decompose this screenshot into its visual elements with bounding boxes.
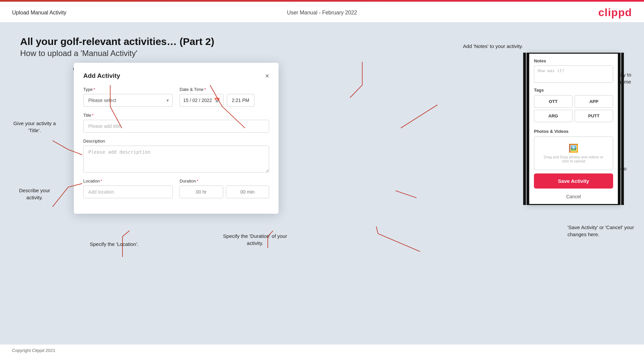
- phone-panel: Notes Tags OTT APP ARG PUTT Photos & Vid…: [523, 53, 624, 205]
- type-select-wrapper: Please select: [83, 94, 173, 107]
- duration-group: Duration*: [180, 178, 269, 198]
- logo: clippd: [598, 6, 632, 19]
- notes-section: Notes: [529, 54, 618, 84]
- notes-textarea[interactable]: [534, 65, 613, 83]
- calendar-icon: 📅: [214, 98, 220, 103]
- time-value: 2:21 PM: [232, 98, 249, 103]
- svg-line-14: [401, 105, 438, 128]
- footer: Copyright Clippd 2021: [0, 345, 644, 356]
- tags-section: Tags OTT APP ARG PUTT: [529, 84, 618, 122]
- location-group: Location*: [83, 178, 173, 198]
- annotation-save: 'Save Activity' or 'Cancel' your changes…: [567, 224, 635, 238]
- modal-title: Add Activity: [83, 72, 120, 80]
- svg-line-15: [396, 191, 417, 198]
- page-title: Upload Manual Activity: [12, 10, 66, 16]
- tag-ott[interactable]: OTT: [534, 95, 573, 108]
- svg-line-13: [350, 85, 362, 98]
- copyright-text: Copyright Clippd 2021: [12, 348, 55, 353]
- date-value: 15 / 02 / 2022: [183, 98, 212, 103]
- add-activity-modal: Add Activity × Type* Please select Date …: [74, 63, 279, 214]
- cancel-button[interactable]: Cancel: [529, 192, 618, 204]
- form-row-type-datetime: Type* Please select Date & Time* 15 / 02…: [83, 87, 269, 107]
- photos-section: Photos & Videos 🖼️ Drag and Drop photos …: [529, 125, 618, 170]
- annotation-describe: Describe your activity.: [13, 187, 56, 201]
- time-input[interactable]: 2:21 PM: [227, 94, 254, 107]
- notes-label: Notes: [534, 58, 613, 63]
- top-bar: Upload Manual Activity User Manual - Feb…: [0, 2, 644, 22]
- duration-inputs: [180, 186, 269, 198]
- description-group: Description: [83, 139, 269, 172]
- main-content: All your golf-relevant activities… (Part…: [0, 22, 644, 345]
- upload-icon: 🖼️: [538, 144, 609, 153]
- duration-label: Duration*: [180, 178, 269, 184]
- upload-text-line1: Drag and Drop photos and videos or: [538, 155, 609, 159]
- date-input[interactable]: 15 / 02 / 2022 📅: [180, 94, 224, 107]
- tag-app[interactable]: APP: [575, 95, 613, 108]
- datetime-group: Date & Time* 15 / 02 / 2022 📅 2:21 PM: [180, 87, 269, 107]
- duration-hr-input[interactable]: [180, 186, 223, 198]
- tags-label: Tags: [534, 88, 613, 93]
- svg-line-4: [52, 141, 68, 150]
- svg-line-16: [378, 234, 420, 251]
- tag-arg[interactable]: ARG: [534, 110, 573, 122]
- svg-line-17: [376, 226, 378, 234]
- location-label: Location*: [83, 178, 173, 184]
- annotation-duration: Specify the 'Duration' of your activity.: [221, 232, 289, 247]
- description-textarea[interactable]: [83, 146, 269, 172]
- manual-title: User Manual - February 2022: [287, 10, 357, 16]
- title-input[interactable]: [83, 120, 269, 133]
- annotation-give-title: Give your activity a 'Title'.: [13, 120, 56, 134]
- datetime-label: Date & Time*: [180, 87, 269, 92]
- main-heading: All your golf-relevant activities… (Part…: [20, 36, 624, 47]
- annotation-notes: Add 'Notes' to your activity.: [463, 43, 523, 50]
- tags-grid: OTT APP ARG PUTT: [534, 95, 613, 122]
- annotation-location: Specify the 'Location'.: [84, 241, 144, 248]
- tag-putt[interactable]: PUTT: [575, 110, 613, 122]
- type-select[interactable]: Please select: [83, 94, 173, 107]
- type-label: Type*: [83, 87, 173, 92]
- upload-area[interactable]: 🖼️ Drag and Drop photos and videos or cl…: [534, 137, 613, 170]
- description-label: Description: [83, 139, 269, 144]
- title-label: Title*: [83, 113, 269, 118]
- phone-screen: Notes Tags OTT APP ARG PUTT Photos & Vid…: [527, 53, 621, 205]
- type-group: Type* Please select: [83, 87, 173, 107]
- title-group: Title*: [83, 113, 269, 133]
- modal-header: Add Activity ×: [83, 72, 269, 80]
- form-row-location-duration: Location* Duration*: [83, 178, 269, 198]
- svg-line-9: [122, 231, 130, 237]
- photos-label: Photos & Videos: [534, 129, 613, 134]
- upload-text-line2: click to upload: [538, 159, 609, 163]
- modal-close-button[interactable]: ×: [265, 72, 269, 79]
- datetime-inputs: 15 / 02 / 2022 📅 2:21 PM: [180, 94, 269, 107]
- duration-min-input[interactable]: [226, 186, 269, 198]
- location-input[interactable]: [83, 186, 173, 198]
- save-activity-button[interactable]: Save Activity: [534, 173, 613, 189]
